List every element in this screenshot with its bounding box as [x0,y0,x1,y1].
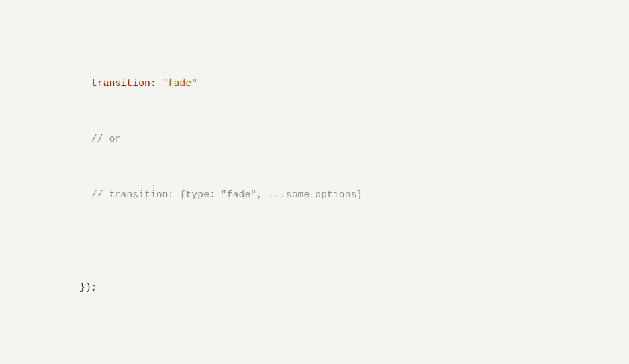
code-line: transition: "fade" [91,74,550,93]
code-comment: // transition: {type: "fade", ...some op… [91,189,362,200]
code-close: }); [79,282,97,293]
code-comment: // or [91,134,121,144]
code-block-fade-partial: transition: "fade" // or // transition: … [79,0,550,334]
code-colon: : [150,78,162,89]
code-line: // or [91,130,550,148]
code-key: transition [91,78,150,89]
code-string: "fade" [162,78,197,89]
code-line: // transition: {type: "fade", ...some op… [91,185,550,204]
code-line: }); [79,278,550,296]
